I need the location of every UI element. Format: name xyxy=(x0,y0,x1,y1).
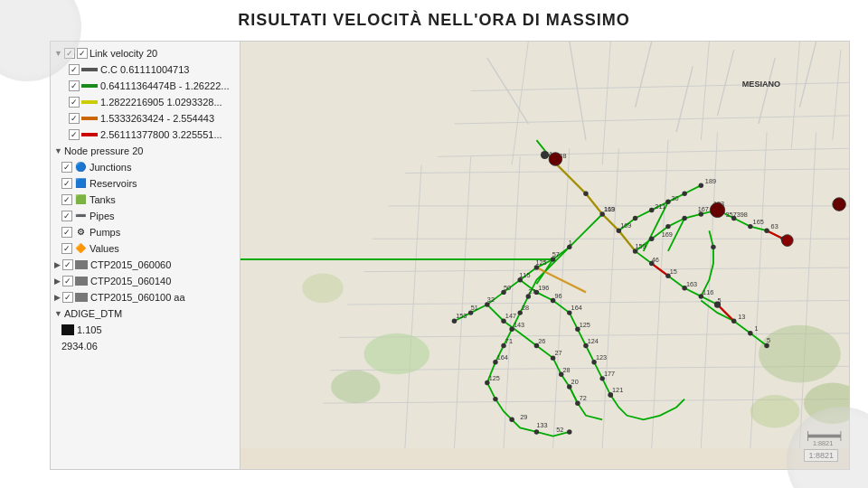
svg-text:32: 32 xyxy=(487,296,495,304)
layer-checkbox[interactable] xyxy=(62,276,73,286)
list-item[interactable]: ▶ CTP2015_060060 xyxy=(51,257,240,273)
svg-point-92 xyxy=(682,216,686,221)
list-item[interactable]: 🟩 Tanks xyxy=(51,192,240,208)
map-svg: MESIANO xyxy=(241,42,849,448)
svg-text:27: 27 xyxy=(528,287,535,296)
expand-icon[interactable]: ▶ xyxy=(54,290,61,305)
layer-label: 0.64111364474B - 1.26222... xyxy=(100,79,230,93)
svg-point-161 xyxy=(781,235,793,247)
layer-label: C.C 0.61111004713 xyxy=(100,62,189,77)
pump-icon: ⚙ xyxy=(74,226,87,239)
svg-text:125: 125 xyxy=(489,374,500,382)
svg-text:123: 123 xyxy=(596,353,607,361)
svg-text:28: 28 xyxy=(522,304,529,312)
layer-checkbox[interactable] xyxy=(69,129,80,140)
page-title: RISULTATI VELOCITÀ NELL'ORA DI MASSIMO xyxy=(0,11,868,30)
layer-label: ADIGE_DTM xyxy=(64,306,122,321)
list-item[interactable]: 🔶 Values xyxy=(51,240,240,257)
color-swatch xyxy=(75,293,88,302)
svg-text:143: 143 xyxy=(514,321,524,329)
svg-text:15: 15 xyxy=(670,267,677,276)
svg-text:167: 167 xyxy=(698,205,709,213)
map-area[interactable]: MESIANO xyxy=(241,42,849,469)
list-item[interactable]: ▼ Link velocity 20 xyxy=(51,45,240,61)
svg-point-163 xyxy=(541,151,549,159)
svg-point-91 xyxy=(665,224,670,229)
expand-icon[interactable]: ▼ xyxy=(54,306,62,321)
svg-point-101 xyxy=(665,200,670,204)
color-swatch xyxy=(75,277,88,286)
svg-text:169: 169 xyxy=(620,221,631,230)
main-container: ▼ Link velocity 20 C.C 0.61111004713 0.6… xyxy=(50,41,850,470)
pipe-icon: ➖ xyxy=(74,210,87,222)
layer-panel: ▼ Link velocity 20 C.C 0.61111004713 0.6… xyxy=(51,42,241,469)
layer-checkbox[interactable] xyxy=(69,80,80,91)
layer-checkbox[interactable] xyxy=(61,243,72,254)
svg-point-97 xyxy=(764,228,769,232)
layer-label: 1.105 xyxy=(77,323,102,337)
list-item[interactable]: ▶ CTP2015_060140 xyxy=(51,273,240,289)
svg-text:125: 125 xyxy=(580,321,590,329)
svg-point-38 xyxy=(302,273,343,303)
svg-point-102 xyxy=(682,192,686,196)
svg-text:115: 115 xyxy=(519,271,530,279)
svg-point-103 xyxy=(699,183,703,187)
list-item: 1.105 xyxy=(51,322,240,338)
layer-checkbox[interactable] xyxy=(61,178,72,189)
color-swatch xyxy=(81,117,98,120)
list-item[interactable]: 🔵 Junctions xyxy=(51,159,240,175)
svg-text:30: 30 xyxy=(672,194,679,202)
svg-text:163: 163 xyxy=(686,280,697,288)
list-item: 0.64111364474B - 1.26222... xyxy=(51,78,240,94)
layer-checkbox[interactable] xyxy=(69,64,80,75)
layer-label: Tanks xyxy=(90,192,116,207)
color-swatch xyxy=(61,324,74,335)
reservoir-icon: 🟦 xyxy=(74,177,87,190)
list-item[interactable]: ⚙ Pumps xyxy=(51,224,240,240)
list-item[interactable]: ▼ Node pressure 20 xyxy=(51,143,240,159)
layer-label: Reservoirs xyxy=(90,176,137,191)
svg-point-85 xyxy=(493,397,497,401)
list-item[interactable]: 🟦 Reservoirs xyxy=(51,175,240,192)
svg-point-159 xyxy=(549,153,562,166)
layer-checkbox[interactable] xyxy=(61,194,72,205)
layer-label: Pumps xyxy=(90,225,120,239)
svg-text:121: 121 xyxy=(612,386,623,394)
expand-icon[interactable]: ▶ xyxy=(54,274,61,288)
color-swatch xyxy=(81,100,98,104)
layer-checkbox[interactable] xyxy=(69,113,80,124)
layer-checkbox[interactable] xyxy=(69,97,80,108)
svg-text:116: 116 xyxy=(703,288,713,296)
layer-checkbox[interactable] xyxy=(61,162,72,173)
svg-text:1: 1 xyxy=(569,239,572,247)
layer-label: 2.56111377800 3.225551... xyxy=(100,127,222,142)
list-item[interactable]: ▶ CTP2015_060100 aa xyxy=(51,289,240,305)
list-item[interactable]: ➖ Pipes xyxy=(51,208,240,224)
layer-checkbox[interactable] xyxy=(62,292,73,303)
svg-text:52: 52 xyxy=(556,426,563,434)
svg-text:169: 169 xyxy=(662,230,673,239)
svg-text:357398: 357398 xyxy=(726,211,748,219)
list-item: 1.5333263424 - 2.554443 xyxy=(51,110,240,127)
svg-text:133: 133 xyxy=(536,421,547,429)
list-item[interactable]: ▼ ADIGE_DTM xyxy=(51,305,240,322)
layer-checkbox[interactable] xyxy=(62,259,73,270)
svg-point-160 xyxy=(710,202,724,217)
svg-point-54 xyxy=(731,318,736,323)
color-swatch xyxy=(75,260,88,269)
junction-icon: 🔵 xyxy=(74,161,87,174)
svg-point-33 xyxy=(363,333,429,374)
color-swatch xyxy=(81,84,98,88)
svg-text:96: 96 xyxy=(554,292,561,300)
expand-icon[interactable]: ▼ xyxy=(54,144,62,158)
svg-text:125: 125 xyxy=(535,258,546,267)
expand-icon[interactable]: ▶ xyxy=(54,258,61,272)
svg-point-35 xyxy=(759,325,841,383)
layer-checkbox-vis[interactable] xyxy=(77,48,88,59)
svg-text:63: 63 xyxy=(771,222,778,230)
layer-label: Node pressure 20 xyxy=(64,144,143,158)
list-item: 2934.06 xyxy=(51,338,240,354)
layer-checkbox[interactable] xyxy=(61,227,72,238)
layer-checkbox[interactable] xyxy=(61,211,72,221)
svg-text:27: 27 xyxy=(554,349,561,357)
